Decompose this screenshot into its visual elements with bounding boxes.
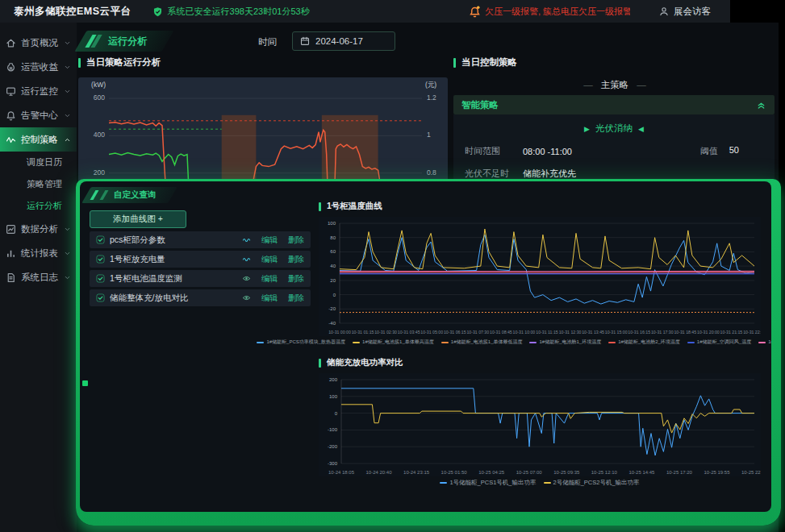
svg-text:10-31 07:30: 10-31 07:30	[466, 330, 489, 335]
check-icon[interactable]	[96, 274, 105, 283]
sidebar-item-告警中心[interactable]: 告警中心	[0, 103, 77, 127]
legend-swatch	[441, 342, 449, 343]
sidebar-item-统计报表[interactable]: 统计报表	[0, 241, 77, 265]
legend-label: 2号储能柜_PCS2号机_输出功率	[553, 479, 640, 487]
check-icon[interactable]	[96, 235, 105, 244]
alarm-ticker[interactable]: 欠压一级报警, 簇总电压欠压一级报警, 簇SO	[469, 6, 630, 18]
revenue-icon	[6, 62, 16, 73]
date-picker[interactable]: 2024-06-17	[292, 31, 395, 51]
row-value: 08:00 -11:00	[523, 147, 572, 156]
log-icon	[6, 272, 16, 283]
accent-bar	[453, 58, 456, 68]
sidebar-item-运营收益[interactable]: 运营收益	[0, 55, 77, 79]
svg-text:(元): (元)	[425, 81, 436, 89]
query-label: pcs柜部分参数	[110, 235, 237, 246]
check-icon[interactable]	[96, 255, 105, 264]
row-value: 储能补充优先	[523, 168, 576, 180]
check-icon[interactable]	[96, 293, 105, 302]
panel-title: 1号柜温度曲线	[319, 201, 761, 212]
edit-button[interactable]: 编辑	[261, 293, 278, 304]
svg-text:10-24 20:40: 10-24 20:40	[365, 470, 392, 475]
chevron-down-icon	[64, 88, 71, 95]
sidebar-subitem-运行分析[interactable]: 运行分析	[0, 195, 77, 217]
control-strategy-panel: 当日控制策略 —主策略— 智能策略 ▶光伏消纳◀ 时间范围08:00 -11:0…	[453, 56, 776, 69]
svg-text:40: 40	[330, 264, 336, 268]
svg-text:10-31 01:15: 10-31 01:15	[352, 330, 374, 335]
svg-text:10-24 18:05: 10-24 18:05	[328, 470, 355, 475]
legend-item[interactable]: 1#储能柜_空调回风_温度	[687, 339, 751, 346]
svg-text:10-25 14:45: 10-25 14:45	[628, 470, 655, 475]
tab-custom-query[interactable]: 自定义查询	[86, 187, 173, 203]
date-value: 2024-06-17	[315, 36, 363, 46]
svg-text:10-31 00:00: 10-31 00:00	[328, 330, 351, 335]
legend-item[interactable]: 1#储能柜_电池簇1_单体最低温度	[441, 339, 523, 346]
legend-item[interactable]: 1#储能柜_电池舱2_环境温度	[608, 339, 680, 346]
sidebar-item-数据分析[interactable]: 数据分析	[0, 217, 77, 241]
user-menu[interactable]: 展会访客	[659, 6, 711, 18]
edit-button[interactable]: 编辑	[261, 235, 278, 246]
report-icon	[6, 248, 16, 259]
query-row[interactable]: pcs柜部分参数编辑删除	[90, 231, 311, 248]
sidebar-item-系统日志[interactable]: 系统日志	[0, 265, 77, 289]
legend-item[interactable]: 2号储能柜_PCS2号机_输出功率	[544, 479, 640, 487]
svg-text:10-25 19:55: 10-25 19:55	[704, 470, 730, 475]
svg-text:-200: -200	[328, 444, 338, 449]
accent-bar	[319, 202, 321, 211]
sidebar-item-首页概况[interactable]: 首页概况	[0, 31, 77, 55]
edit-button[interactable]: 编辑	[261, 254, 278, 265]
delete-button[interactable]: 删除	[288, 293, 304, 304]
legend-item[interactable]: 1#储能柜_PCS功率模块_散热器温度	[257, 339, 345, 346]
query-row[interactable]: 储能整体充/放电对比编辑删除	[90, 289, 311, 306]
shield-icon	[152, 6, 163, 17]
legend-label: 1#储能柜_空调出风_温度	[768, 339, 771, 346]
sidebar-subitem-调度日历[interactable]: 调度日历	[0, 152, 77, 173]
query-row[interactable]: 1号柜放充电量编辑删除	[90, 251, 311, 268]
line-chart-icon[interactable]	[242, 235, 251, 244]
svg-text:10-31 20:00: 10-31 20:00	[697, 330, 720, 335]
strategy-row: 光伏不足时储能补充优先	[465, 168, 763, 180]
double-chevron-up-icon[interactable]	[756, 100, 766, 110]
delete-button[interactable]: 删除	[288, 235, 304, 246]
eye-icon[interactable]	[242, 293, 251, 302]
sidebar-item-控制策略[interactable]: 控制策略	[0, 127, 77, 152]
mode-switcher[interactable]: ▶光伏消纳◀	[465, 123, 763, 135]
delete-button[interactable]: 删除	[288, 254, 304, 265]
legend-swatch	[544, 482, 551, 484]
sidebar-subitem-策略管理[interactable]: 策略管理	[0, 173, 77, 195]
temperature-chart[interactable]: 100806040200-20-4010-31 00:0010-31 01:15…	[319, 217, 761, 336]
svg-text:10-31 21:15: 10-31 21:15	[720, 330, 743, 335]
svg-text:10-25 07:00: 10-25 07:00	[516, 470, 543, 475]
legend-item[interactable]: 1#储能柜_电池舱1_环境温度	[529, 339, 601, 346]
svg-text:400: 400	[94, 131, 105, 139]
legend-item[interactable]: 1#储能柜_空调出风_温度	[758, 339, 771, 346]
chevron-down-icon	[64, 226, 71, 233]
svg-text:10-31 03:45: 10-31 03:45	[398, 330, 420, 335]
prev-arrow-icon[interactable]: ▶	[584, 125, 590, 133]
legend-item[interactable]: 1#储能柜_电池簇1_单体最高温度	[353, 339, 434, 346]
legend-label: 1#储能柜_电池舱1_环境温度	[539, 339, 601, 346]
eye-icon[interactable]	[242, 274, 251, 283]
panel-title-text: 当日控制策略	[461, 56, 517, 69]
analysis-icon	[6, 224, 16, 235]
sidebar-item-运行监控[interactable]: 运行监控	[0, 79, 77, 103]
query-row[interactable]: 1号柜电池温度监测编辑删除	[90, 270, 311, 287]
legend-item[interactable]: 1号储能柜_PCS1号机_输出功率	[440, 479, 536, 487]
temperature-chart-legend: 1#储能柜_PCS功率模块_散热器温度1#储能柜_电池簇1_单体最高温度1#储能…	[319, 339, 761, 346]
svg-text:0: 0	[333, 293, 336, 297]
row-label: 光伏不足时	[465, 168, 523, 180]
main-area: 首页概况运营收益运行监控告警中心控制策略调度日历策略管理运行分析数据分析统计报表…	[0, 23, 779, 532]
line-chart-icon[interactable]	[242, 255, 251, 264]
sidebar-item-label: 统计报表	[21, 247, 59, 260]
edit-button[interactable]: 编辑	[261, 273, 278, 285]
tab-run-analysis[interactable]: 运行分析	[81, 31, 168, 52]
threshold-value: 50	[729, 145, 739, 157]
smart-strategy-header[interactable]: 智能策略	[453, 95, 775, 114]
power-compare-chart[interactable]: 2001000-100-200-30010-24 18:0510-24 20:4…	[319, 373, 761, 476]
alarm-bell-icon[interactable]	[469, 6, 481, 18]
svg-text:10-31 16:15: 10-31 16:15	[628, 330, 650, 335]
delete-button[interactable]: 删除	[288, 273, 304, 285]
add-curve-button[interactable]: 添加曲线图 +	[90, 210, 186, 228]
custom-query-modal-glow: 自定义查询 添加曲线图 + pcs柜部分参数编辑删除1号柜放充电量编辑删除1号柜…	[76, 179, 781, 526]
custom-query-modal: 自定义查询 添加曲线图 + pcs柜部分参数编辑删除1号柜放充电量编辑删除1号柜…	[80, 181, 771, 512]
next-arrow-icon[interactable]: ◀	[638, 125, 644, 133]
